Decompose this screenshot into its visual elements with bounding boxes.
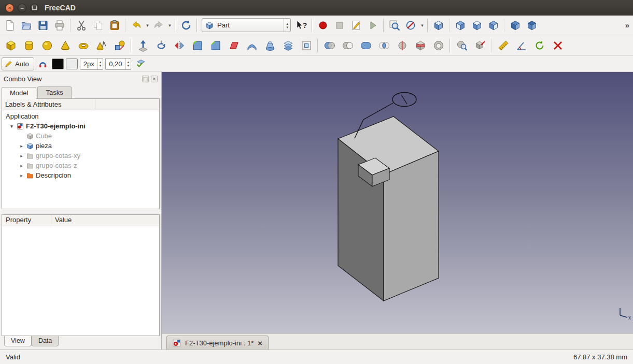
model-box-right-face[interactable] (384, 151, 439, 301)
sphere-button[interactable] (38, 37, 56, 54)
defeaturing-button[interactable] (471, 37, 489, 54)
apply-style-button[interactable] (133, 57, 148, 70)
view-axonometric-button[interactable] (430, 18, 447, 33)
box-button[interactable] (2, 37, 20, 54)
tab-data[interactable]: Data (32, 336, 59, 346)
view-rear-button[interactable] (507, 18, 524, 33)
revolve-button[interactable] (152, 37, 170, 54)
make-face-button[interactable] (224, 37, 243, 54)
toolbar-overflow-button[interactable] (625, 21, 631, 30)
tree-item-document[interactable]: F2-T30-ejemplo-ini (2, 121, 159, 131)
cone-button[interactable] (56, 37, 74, 54)
workbench-part-icon (205, 21, 214, 30)
check-geometry-button[interactable] (453, 37, 471, 54)
line-color-swatch[interactable] (52, 59, 64, 69)
union-button[interactable] (357, 37, 375, 54)
text-size-arrows[interactable] (125, 59, 131, 69)
working-plane-button[interactable]: Auto (2, 57, 34, 70)
draw-style-dropdown[interactable] (419, 18, 425, 33)
expander-closed-icon[interactable] (19, 173, 24, 178)
fillet-button[interactable] (188, 37, 206, 54)
sweep-button[interactable] (279, 37, 297, 54)
window-close-button[interactable] (5, 4, 14, 12)
macro-record-button[interactable] (315, 18, 331, 33)
macro-stop-button[interactable] (331, 18, 348, 33)
view-bottom-button[interactable] (524, 18, 540, 33)
tree-item-grupo-cotas-xy[interactable]: grupo-cotas-xy (2, 151, 159, 161)
view-right-button[interactable] (485, 18, 502, 33)
create-primitives-button[interactable] (92, 37, 110, 54)
model-tree[interactable]: Application F2-T30-ejemplo-ini Cube (2, 110, 159, 209)
tray-toolbar: Auto 2px 0,20 (0, 56, 633, 72)
offset-button[interactable] (297, 37, 315, 54)
window-maximize-button[interactable] (30, 4, 39, 12)
expander-closed-icon[interactable] (19, 163, 24, 168)
measure-angular-button[interactable] (512, 37, 530, 54)
redo-dropdown[interactable] (167, 18, 173, 33)
whats-this-button[interactable] (293, 18, 310, 33)
new-document-button[interactable] (2, 18, 18, 33)
expander-closed-icon[interactable] (19, 153, 24, 158)
mirror-button[interactable] (170, 37, 188, 54)
measure-linear-button[interactable] (494, 37, 512, 54)
intersection-button[interactable] (375, 37, 393, 54)
boolean-button[interactable] (320, 37, 339, 54)
property-table-body[interactable] (2, 226, 159, 336)
undo-dropdown[interactable] (145, 18, 150, 33)
tree-item-descripcion[interactable]: Descripcion (2, 170, 159, 180)
shape-builder-button[interactable] (110, 37, 129, 54)
face-color-swatch[interactable] (66, 59, 78, 69)
panel-float-button[interactable] (142, 76, 149, 82)
workbench-selector-spinner[interactable] (284, 19, 290, 32)
tab-model[interactable]: Model (2, 87, 36, 99)
undo-button[interactable] (128, 18, 145, 33)
copy-button[interactable] (90, 18, 106, 33)
cross-sections-button[interactable] (411, 37, 429, 54)
panel-close-button[interactable] (151, 76, 158, 82)
macro-edit-button[interactable] (348, 18, 364, 33)
tree-item-application[interactable]: Application (2, 111, 159, 121)
separator (449, 39, 451, 52)
section-button[interactable] (393, 37, 411, 54)
boolean-cut-button[interactable] (339, 37, 357, 54)
tree-item-pieza[interactable]: pieza (2, 141, 159, 151)
refresh-measurement-button[interactable] (530, 37, 548, 54)
text-size-spinner[interactable]: 0,20 (105, 58, 131, 70)
panel-splitter[interactable] (0, 209, 161, 214)
loft-button[interactable] (261, 37, 279, 54)
workbench-selector[interactable]: Part (202, 18, 291, 32)
view-front-button[interactable] (452, 18, 469, 33)
thickness-button[interactable] (429, 37, 447, 54)
clear-measurement-button[interactable] (548, 37, 567, 54)
cylinder-button[interactable] (20, 37, 38, 54)
open-document-button[interactable] (18, 18, 35, 33)
print-button[interactable] (51, 18, 68, 33)
macro-execute-button[interactable] (364, 18, 381, 33)
construction-mode-button[interactable] (36, 57, 50, 70)
paste-button[interactable] (106, 18, 123, 33)
line-width-arrows[interactable] (97, 59, 103, 69)
torus-button[interactable] (74, 37, 92, 54)
refresh-button[interactable] (178, 18, 194, 33)
tree-item-cube[interactable]: Cube (2, 131, 159, 141)
ruled-surface-button[interactable] (243, 37, 261, 54)
line-width-spinner[interactable]: 2px (80, 58, 103, 70)
window-minimize-button[interactable] (18, 4, 26, 12)
extrude-button[interactable] (134, 37, 152, 54)
expander-closed-icon[interactable] (19, 143, 24, 149)
3d-viewport[interactable]: x (162, 72, 633, 333)
chamfer-button[interactable] (206, 37, 224, 54)
cut-button[interactable] (73, 18, 90, 33)
tab-tasks[interactable]: Tasks (37, 86, 71, 98)
document-tab[interactable]: F2-T30-ejemplo-ini : 1* (166, 336, 269, 350)
draw-style-button[interactable] (403, 18, 419, 33)
box-zoom-button[interactable] (386, 18, 403, 33)
redo-button[interactable] (150, 18, 167, 33)
tab-view[interactable]: View (4, 336, 32, 346)
document-tab-close-button[interactable] (258, 339, 262, 347)
save-document-button[interactable] (35, 18, 51, 33)
tree-item-grupo-cotas-z[interactable]: grupo-cotas-z (2, 161, 159, 170)
view-top-button[interactable] (469, 18, 485, 33)
expander-open-icon[interactable] (9, 124, 15, 129)
standard-toolbar: Part (0, 16, 633, 35)
